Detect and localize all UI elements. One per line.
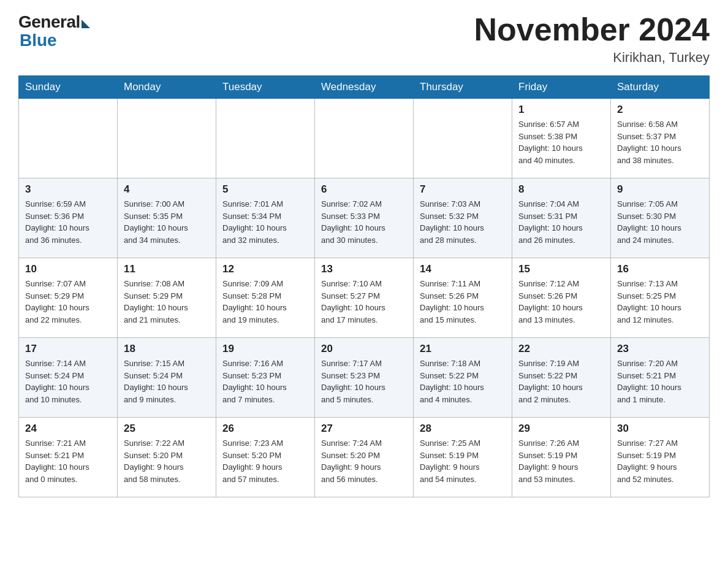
sun-info: Sunrise: 7:08 AMSunset: 5:29 PMDaylight:… [124,278,210,326]
page-header: General Blue November 2024 Kirikhan, Tur… [18,12,710,66]
day-number: 29 [518,423,604,435]
day-number: 11 [124,263,210,275]
weekday-header-monday: Monday [118,76,216,99]
day-number: 2 [617,104,703,116]
day-number: 4 [124,183,210,196]
day-number: 7 [420,183,506,196]
logo-general-text: General [18,12,80,32]
calendar-cell [118,99,216,178]
logo-blue-text: Blue [20,31,57,50]
day-number: 24 [25,423,111,435]
sun-info: Sunrise: 7:16 AMSunset: 5:23 PMDaylight:… [222,358,308,405]
day-number: 30 [617,423,703,435]
sun-info: Sunrise: 7:12 AMSunset: 5:26 PMDaylight:… [518,278,604,326]
calendar-cell [216,99,315,178]
calendar-cell: 30Sunrise: 7:27 AMSunset: 5:19 PMDayligh… [611,418,710,497]
day-number: 26 [222,423,308,435]
weekday-header-friday: Friday [512,76,611,99]
title-section: November 2024 Kirikhan, Turkey [474,12,710,66]
day-number: 16 [617,263,703,275]
sun-info: Sunrise: 7:03 AMSunset: 5:32 PMDaylight:… [420,198,506,246]
calendar-week-5: 24Sunrise: 7:21 AMSunset: 5:21 PMDayligh… [19,418,710,497]
calendar-cell: 19Sunrise: 7:16 AMSunset: 5:23 PMDayligh… [216,338,315,418]
calendar-cell: 4Sunrise: 7:00 AMSunset: 5:35 PMDaylight… [118,178,216,258]
sun-info: Sunrise: 7:01 AMSunset: 5:34 PMDaylight:… [222,198,308,246]
sun-info: Sunrise: 7:14 AMSunset: 5:24 PMDaylight:… [25,358,111,405]
sun-info: Sunrise: 7:07 AMSunset: 5:29 PMDaylight:… [25,278,111,326]
calendar-cell: 8Sunrise: 7:04 AMSunset: 5:31 PMDaylight… [512,178,611,258]
calendar-cell: 10Sunrise: 7:07 AMSunset: 5:29 PMDayligh… [19,258,118,338]
weekday-header-wednesday: Wednesday [315,76,414,99]
sun-info: Sunrise: 7:22 AMSunset: 5:20 PMDaylight:… [124,437,210,485]
day-number: 20 [321,343,407,355]
calendar-cell: 20Sunrise: 7:17 AMSunset: 5:23 PMDayligh… [315,338,414,418]
month-title: November 2024 [474,12,710,47]
calendar-cell: 23Sunrise: 7:20 AMSunset: 5:21 PMDayligh… [611,338,710,418]
sun-info: Sunrise: 7:25 AMSunset: 5:19 PMDaylight:… [420,437,506,485]
calendar-cell: 26Sunrise: 7:23 AMSunset: 5:20 PMDayligh… [216,418,315,497]
calendar-cell: 9Sunrise: 7:05 AMSunset: 5:30 PMDaylight… [611,178,710,258]
calendar-cell: 2Sunrise: 6:58 AMSunset: 5:37 PMDaylight… [611,99,710,178]
day-number: 10 [25,263,111,275]
sun-info: Sunrise: 6:59 AMSunset: 5:36 PMDaylight:… [25,198,111,246]
calendar-week-1: 1Sunrise: 6:57 AMSunset: 5:38 PMDaylight… [19,99,710,178]
calendar-table: SundayMondayTuesdayWednesdayThursdayFrid… [18,75,710,497]
weekday-header-row: SundayMondayTuesdayWednesdayThursdayFrid… [19,76,710,99]
calendar-cell: 25Sunrise: 7:22 AMSunset: 5:20 PMDayligh… [118,418,216,497]
calendar-cell [414,99,512,178]
day-number: 3 [25,183,111,196]
calendar-cell: 7Sunrise: 7:03 AMSunset: 5:32 PMDaylight… [414,178,512,258]
sun-info: Sunrise: 7:27 AMSunset: 5:19 PMDaylight:… [617,437,703,485]
day-number: 22 [518,343,604,355]
calendar-cell: 5Sunrise: 7:01 AMSunset: 5:34 PMDaylight… [216,178,315,258]
sun-info: Sunrise: 7:13 AMSunset: 5:25 PMDaylight:… [617,278,703,326]
sun-info: Sunrise: 7:02 AMSunset: 5:33 PMDaylight:… [321,198,407,246]
calendar-cell: 29Sunrise: 7:26 AMSunset: 5:19 PMDayligh… [512,418,611,497]
sun-info: Sunrise: 7:04 AMSunset: 5:31 PMDaylight:… [518,198,604,246]
calendar-cell: 22Sunrise: 7:19 AMSunset: 5:22 PMDayligh… [512,338,611,418]
calendar-cell: 15Sunrise: 7:12 AMSunset: 5:26 PMDayligh… [512,258,611,338]
day-number: 15 [518,263,604,275]
calendar-cell [19,99,118,178]
calendar-cell: 17Sunrise: 7:14 AMSunset: 5:24 PMDayligh… [19,338,118,418]
calendar-week-3: 10Sunrise: 7:07 AMSunset: 5:29 PMDayligh… [19,258,710,338]
day-number: 5 [222,183,308,196]
logo: General Blue [18,12,90,50]
day-number: 19 [222,343,308,355]
calendar-cell: 13Sunrise: 7:10 AMSunset: 5:27 PMDayligh… [315,258,414,338]
calendar-week-4: 17Sunrise: 7:14 AMSunset: 5:24 PMDayligh… [19,338,710,418]
sun-info: Sunrise: 7:23 AMSunset: 5:20 PMDaylight:… [222,437,308,485]
day-number: 21 [420,343,506,355]
sun-info: Sunrise: 7:05 AMSunset: 5:30 PMDaylight:… [617,198,703,246]
sun-info: Sunrise: 6:57 AMSunset: 5:38 PMDaylight:… [518,118,604,166]
day-number: 27 [321,423,407,435]
calendar-cell: 14Sunrise: 7:11 AMSunset: 5:26 PMDayligh… [414,258,512,338]
weekday-header-tuesday: Tuesday [216,76,315,99]
sun-info: Sunrise: 7:18 AMSunset: 5:22 PMDaylight:… [420,358,506,405]
day-number: 23 [617,343,703,355]
calendar-cell: 1Sunrise: 6:57 AMSunset: 5:38 PMDaylight… [512,99,611,178]
calendar-cell: 11Sunrise: 7:08 AMSunset: 5:29 PMDayligh… [118,258,216,338]
sun-info: Sunrise: 7:00 AMSunset: 5:35 PMDaylight:… [124,198,210,246]
weekday-header-sunday: Sunday [19,76,118,99]
sun-info: Sunrise: 7:26 AMSunset: 5:19 PMDaylight:… [518,437,604,485]
calendar-cell: 24Sunrise: 7:21 AMSunset: 5:21 PMDayligh… [19,418,118,497]
day-number: 1 [518,104,604,116]
day-number: 12 [222,263,308,275]
sun-info: Sunrise: 7:11 AMSunset: 5:26 PMDaylight:… [420,278,506,326]
calendar-week-2: 3Sunrise: 6:59 AMSunset: 5:36 PMDaylight… [19,178,710,258]
day-number: 8 [518,183,604,196]
calendar-cell: 3Sunrise: 6:59 AMSunset: 5:36 PMDaylight… [19,178,118,258]
day-number: 17 [25,343,111,355]
day-number: 9 [617,183,703,196]
location-text: Kirikhan, Turkey [474,50,710,66]
sun-info: Sunrise: 7:21 AMSunset: 5:21 PMDaylight:… [25,437,111,485]
weekday-header-thursday: Thursday [414,76,512,99]
sun-info: Sunrise: 7:20 AMSunset: 5:21 PMDaylight:… [617,358,703,405]
calendar-cell: 6Sunrise: 7:02 AMSunset: 5:33 PMDaylight… [315,178,414,258]
logo-arrow-icon [82,20,90,28]
calendar-cell: 12Sunrise: 7:09 AMSunset: 5:28 PMDayligh… [216,258,315,338]
sun-info: Sunrise: 7:24 AMSunset: 5:20 PMDaylight:… [321,437,407,485]
day-number: 18 [124,343,210,355]
weekday-header-saturday: Saturday [611,76,710,99]
